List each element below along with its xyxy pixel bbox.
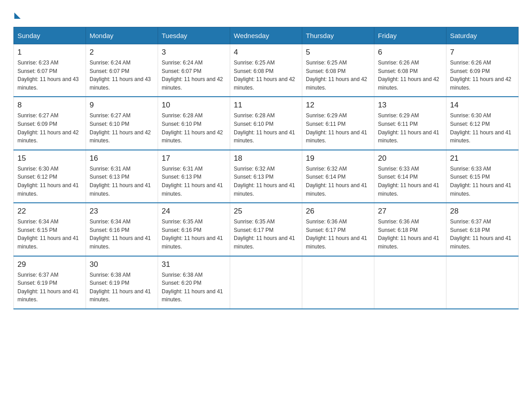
day-number: 21 (450, 154, 515, 163)
calendar-cell: 16 Sunrise: 6:31 AMSunset: 6:13 PMDaylig… (86, 150, 158, 203)
day-number: 12 (306, 101, 370, 110)
day-number: 7 (450, 48, 515, 57)
day-info: Sunrise: 6:24 AMSunset: 6:07 PMDaylight:… (162, 60, 223, 91)
day-number: 27 (378, 207, 442, 216)
day-number: 26 (306, 207, 370, 216)
day-number: 8 (17, 101, 82, 110)
day-number: 10 (162, 101, 226, 110)
day-number: 9 (90, 101, 154, 110)
calendar-week-row: 8 Sunrise: 6:27 AMSunset: 6:09 PMDayligh… (14, 97, 519, 150)
day-info: Sunrise: 6:33 AMSunset: 6:14 PMDaylight:… (378, 166, 439, 197)
column-header-tuesday: Tuesday (158, 27, 230, 44)
day-info: Sunrise: 6:37 AMSunset: 6:18 PMDaylight:… (450, 218, 511, 250)
calendar-cell: 19 Sunrise: 6:32 AMSunset: 6:14 PMDaylig… (302, 150, 374, 203)
page-header (13, 9, 519, 19)
column-header-friday: Friday (374, 27, 446, 44)
day-info: Sunrise: 6:26 AMSunset: 6:09 PMDaylight:… (450, 60, 511, 91)
column-header-monday: Monday (86, 27, 158, 44)
calendar-cell: 8 Sunrise: 6:27 AMSunset: 6:09 PMDayligh… (14, 97, 86, 150)
day-number: 6 (378, 48, 442, 57)
day-number: 1 (17, 48, 82, 57)
calendar-table: SundayMondayTuesdayWednesdayThursdayFrid… (13, 27, 519, 309)
day-number: 13 (378, 101, 442, 110)
day-number: 20 (378, 154, 442, 163)
calendar-cell: 20 Sunrise: 6:33 AMSunset: 6:14 PMDaylig… (374, 150, 446, 203)
day-number: 23 (90, 207, 154, 216)
logo (13, 9, 21, 19)
day-info: Sunrise: 6:38 AMSunset: 6:20 PMDaylight:… (162, 272, 223, 303)
day-info: Sunrise: 6:35 AMSunset: 6:16 PMDaylight:… (162, 218, 223, 250)
calendar-cell (446, 256, 519, 309)
day-info: Sunrise: 6:33 AMSunset: 6:15 PMDaylight:… (450, 166, 511, 197)
calendar-cell (374, 256, 446, 309)
day-info: Sunrise: 6:23 AMSunset: 6:07 PMDaylight:… (17, 60, 79, 91)
calendar-cell: 26 Sunrise: 6:36 AMSunset: 6:17 PMDaylig… (302, 203, 374, 256)
calendar-cell: 23 Sunrise: 6:34 AMSunset: 6:16 PMDaylig… (86, 203, 158, 256)
calendar-cell: 29 Sunrise: 6:37 AMSunset: 6:19 PMDaylig… (14, 256, 86, 309)
day-info: Sunrise: 6:38 AMSunset: 6:19 PMDaylight:… (90, 272, 151, 303)
day-number: 25 (234, 207, 298, 216)
calendar-cell: 17 Sunrise: 6:31 AMSunset: 6:13 PMDaylig… (158, 150, 230, 203)
day-info: Sunrise: 6:34 AMSunset: 6:16 PMDaylight:… (90, 218, 151, 250)
calendar-cell: 9 Sunrise: 6:27 AMSunset: 6:10 PMDayligh… (86, 97, 158, 150)
day-info: Sunrise: 6:36 AMSunset: 6:18 PMDaylight:… (378, 218, 439, 250)
calendar-cell: 27 Sunrise: 6:36 AMSunset: 6:18 PMDaylig… (374, 203, 446, 256)
calendar-cell (230, 256, 302, 309)
calendar-cell: 3 Sunrise: 6:24 AMSunset: 6:07 PMDayligh… (158, 44, 230, 97)
day-info: Sunrise: 6:28 AMSunset: 6:10 PMDaylight:… (234, 112, 295, 144)
calendar-week-row: 29 Sunrise: 6:37 AMSunset: 6:19 PMDaylig… (14, 256, 519, 309)
calendar-week-row: 22 Sunrise: 6:34 AMSunset: 6:15 PMDaylig… (14, 203, 519, 256)
day-info: Sunrise: 6:27 AMSunset: 6:09 PMDaylight:… (17, 112, 79, 144)
calendar-cell: 15 Sunrise: 6:30 AMSunset: 6:12 PMDaylig… (14, 150, 86, 203)
calendar-cell: 30 Sunrise: 6:38 AMSunset: 6:19 PMDaylig… (86, 256, 158, 309)
calendar-cell: 5 Sunrise: 6:25 AMSunset: 6:08 PMDayligh… (302, 44, 374, 97)
calendar-cell: 25 Sunrise: 6:35 AMSunset: 6:17 PMDaylig… (230, 203, 302, 256)
day-info: Sunrise: 6:29 AMSunset: 6:11 PMDaylight:… (306, 112, 367, 144)
day-number: 15 (17, 154, 82, 163)
day-info: Sunrise: 6:26 AMSunset: 6:08 PMDaylight:… (378, 60, 439, 91)
calendar-week-row: 15 Sunrise: 6:30 AMSunset: 6:12 PMDaylig… (14, 150, 519, 203)
day-info: Sunrise: 6:30 AMSunset: 6:12 PMDaylight:… (450, 112, 511, 144)
day-info: Sunrise: 6:31 AMSunset: 6:13 PMDaylight:… (162, 166, 223, 197)
calendar-cell: 22 Sunrise: 6:34 AMSunset: 6:15 PMDaylig… (14, 203, 86, 256)
calendar-cell: 7 Sunrise: 6:26 AMSunset: 6:09 PMDayligh… (446, 44, 519, 97)
column-header-sunday: Sunday (14, 27, 86, 44)
calendar-header-row: SundayMondayTuesdayWednesdayThursdayFrid… (14, 27, 519, 44)
calendar-cell: 14 Sunrise: 6:30 AMSunset: 6:12 PMDaylig… (446, 97, 519, 150)
day-info: Sunrise: 6:35 AMSunset: 6:17 PMDaylight:… (234, 218, 295, 250)
day-number: 29 (17, 260, 82, 269)
column-header-thursday: Thursday (302, 27, 374, 44)
day-info: Sunrise: 6:27 AMSunset: 6:10 PMDaylight:… (90, 112, 151, 144)
day-number: 19 (306, 154, 370, 163)
calendar-cell: 6 Sunrise: 6:26 AMSunset: 6:08 PMDayligh… (374, 44, 446, 97)
calendar-cell: 21 Sunrise: 6:33 AMSunset: 6:15 PMDaylig… (446, 150, 519, 203)
day-info: Sunrise: 6:25 AMSunset: 6:08 PMDaylight:… (234, 60, 295, 91)
day-info: Sunrise: 6:25 AMSunset: 6:08 PMDaylight:… (306, 60, 367, 91)
logo-arrow-icon (14, 13, 21, 19)
calendar-cell: 4 Sunrise: 6:25 AMSunset: 6:08 PMDayligh… (230, 44, 302, 97)
calendar-cell: 10 Sunrise: 6:28 AMSunset: 6:10 PMDaylig… (158, 97, 230, 150)
day-info: Sunrise: 6:37 AMSunset: 6:19 PMDaylight:… (17, 272, 79, 303)
day-number: 24 (162, 207, 226, 216)
column-header-saturday: Saturday (446, 27, 519, 44)
day-number: 28 (450, 207, 515, 216)
day-number: 18 (234, 154, 298, 163)
day-info: Sunrise: 6:29 AMSunset: 6:11 PMDaylight:… (378, 112, 439, 144)
day-number: 17 (162, 154, 226, 163)
day-number: 4 (234, 48, 298, 57)
day-number: 16 (90, 154, 154, 163)
day-info: Sunrise: 6:34 AMSunset: 6:15 PMDaylight:… (17, 218, 79, 250)
day-info: Sunrise: 6:32 AMSunset: 6:14 PMDaylight:… (306, 166, 367, 197)
day-number: 5 (306, 48, 370, 57)
day-info: Sunrise: 6:32 AMSunset: 6:13 PMDaylight:… (234, 166, 295, 197)
calendar-cell: 1 Sunrise: 6:23 AMSunset: 6:07 PMDayligh… (14, 44, 86, 97)
calendar-cell: 24 Sunrise: 6:35 AMSunset: 6:16 PMDaylig… (158, 203, 230, 256)
day-number: 3 (162, 48, 226, 57)
calendar-cell: 13 Sunrise: 6:29 AMSunset: 6:11 PMDaylig… (374, 97, 446, 150)
calendar-cell: 12 Sunrise: 6:29 AMSunset: 6:11 PMDaylig… (302, 97, 374, 150)
day-number: 31 (162, 260, 226, 269)
day-number: 11 (234, 101, 298, 110)
calendar-cell: 28 Sunrise: 6:37 AMSunset: 6:18 PMDaylig… (446, 203, 519, 256)
day-info: Sunrise: 6:28 AMSunset: 6:10 PMDaylight:… (162, 112, 223, 144)
day-number: 30 (90, 260, 154, 269)
